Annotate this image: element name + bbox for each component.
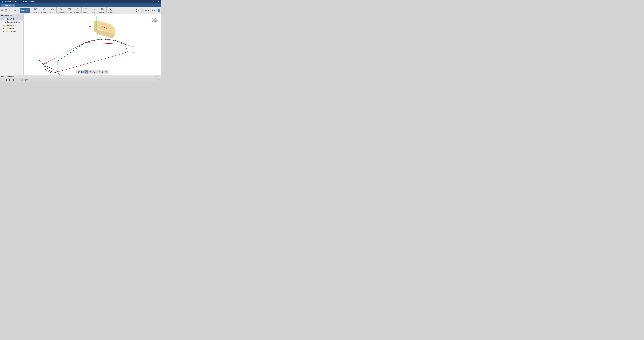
tree-arrow-sketches: ▶ xyxy=(3,31,5,32)
create-icon xyxy=(42,8,46,11)
tree-item-sketches[interactable]: ▶ 💡 📁 Sketches xyxy=(0,30,23,33)
tree-item-origin[interactable]: ▶ 💡 📁 Origin xyxy=(0,27,23,30)
viewport-toolbar xyxy=(76,70,109,74)
svg-point-69 xyxy=(98,39,98,40)
addins-button[interactable]: ADD-INS ▾ xyxy=(99,8,106,13)
chat-button[interactable]: 💬 xyxy=(136,9,139,12)
sketch-button[interactable]: SKETCH ▾ xyxy=(32,8,39,13)
zoom-fit-button[interactable] xyxy=(88,70,92,74)
svg-rect-40 xyxy=(111,10,112,10)
comments-back-icon[interactable]: ◀◀ xyxy=(1,76,4,77)
modify-button[interactable]: MODIFY ▾ xyxy=(49,8,56,13)
zoom-button[interactable] xyxy=(92,70,96,74)
svg-point-158 xyxy=(26,80,26,80)
tree-label-ricks4: Ricks4 v1 xyxy=(7,18,14,20)
create-section: CREATE ▾ xyxy=(40,8,48,13)
browser-header: ◀◀ BROWSER ⚙ ⋮ xyxy=(0,14,23,17)
create-button[interactable]: CREATE ▾ xyxy=(41,8,48,13)
history-button[interactable]: 🕐 xyxy=(140,9,144,12)
svg-text:FRONT: FRONT xyxy=(154,21,156,22)
camera-button[interactable] xyxy=(25,79,28,81)
svg-rect-112 xyxy=(82,72,83,73)
tree-item-document-settings[interactable]: ▶ ⚙ Document Settings xyxy=(0,21,23,24)
svg-rect-133 xyxy=(105,71,106,72)
create-label: CREATE ▾ xyxy=(41,12,47,13)
redo-button[interactable]: ↪ xyxy=(13,9,16,12)
assemble-button[interactable]: ASSEMBLE ▾ xyxy=(58,8,64,13)
step-forward-button[interactable] xyxy=(12,79,16,81)
make-button[interactable]: MAKE ▾ xyxy=(91,8,98,13)
svg-marker-142 xyxy=(3,79,3,81)
view-cube[interactable]: FRONT RIGHT TOP X Y Z xyxy=(150,15,160,25)
tree-folder2-icon: 📁 xyxy=(7,28,9,29)
model-menu-button[interactable]: MODEL ▾ xyxy=(20,8,30,13)
assemble-icon xyxy=(59,8,62,11)
tree-label-origin: Origin xyxy=(10,28,14,29)
user-menu[interactable]: Richard Lamp ▾ xyxy=(145,10,156,11)
play-button[interactable] xyxy=(8,79,12,81)
grid-menu-button[interactable]: ⊞ xyxy=(1,9,4,12)
toolbar-right: 💬 🕐 Richard Lamp ▾ ? xyxy=(136,9,160,12)
inspect-button[interactable]: INSPECT ▾ xyxy=(74,8,81,13)
browser-tree: ▼ 💡 📄 Ricks4 v1 ● ▶ ⚙ Document Settings … xyxy=(0,17,23,75)
orbit-button[interactable] xyxy=(77,70,80,74)
tab-ricks4[interactable]: 🔷 Ricks4 v1 × xyxy=(1,4,16,7)
viewport-settings-button[interactable] xyxy=(104,70,108,74)
svg-point-62 xyxy=(52,71,52,72)
browser-back-icon[interactable]: ◀◀ xyxy=(1,15,4,16)
svg-rect-152 xyxy=(23,79,24,81)
go-to-end-button[interactable] xyxy=(16,79,19,81)
insert-label: INSERT ▾ xyxy=(83,12,88,13)
restore-button[interactable]: ❐ xyxy=(153,1,156,3)
tree-item-named-views[interactable]: ▶ 📁 Named Views xyxy=(0,24,23,27)
redo-dropdown[interactable]: ▾ xyxy=(17,10,18,11)
assemble-section: ASSEMBLE ▾ xyxy=(57,8,65,13)
key-frame-button[interactable] xyxy=(21,79,24,81)
comments-gear-icon[interactable]: ⚙ xyxy=(155,75,157,78)
construct-button[interactable]: CONSTRUCT ▾ xyxy=(66,8,72,13)
save-button[interactable] xyxy=(4,9,8,12)
minimize-button[interactable]: — xyxy=(148,1,152,3)
svg-rect-20 xyxy=(68,9,69,10)
display-mode-button[interactable] xyxy=(97,70,100,74)
tree-doc-icon: 📄 xyxy=(5,18,7,20)
svg-point-71 xyxy=(105,39,106,40)
browser-gear-icon[interactable]: ⚙ xyxy=(18,14,19,16)
svg-rect-124 xyxy=(98,71,100,72)
svg-marker-143 xyxy=(6,79,6,81)
svg-rect-156 xyxy=(26,79,27,81)
close-button[interactable]: ✕ xyxy=(157,1,160,3)
select-button[interactable]: SELECT ▾ xyxy=(108,8,114,13)
svg-point-90 xyxy=(132,52,134,53)
svg-marker-116 xyxy=(87,71,87,72)
tab-close-button[interactable]: × xyxy=(13,5,14,6)
undo-dropdown[interactable]: ▾ xyxy=(12,10,12,11)
modify-icon xyxy=(51,8,54,11)
svg-point-55 xyxy=(39,60,40,61)
svg-point-89 xyxy=(132,46,134,47)
tree-label-named-views: Named Views xyxy=(7,24,17,26)
help-button[interactable]: ? xyxy=(158,9,160,12)
svg-marker-113 xyxy=(86,71,86,71)
insert-section: INSERT ▾ xyxy=(82,8,90,13)
insert-button[interactable]: INSERT ▾ xyxy=(82,8,89,13)
select-section: SELECT ▾ xyxy=(107,8,115,13)
svg-point-65 xyxy=(85,42,86,43)
grid-settings-button[interactable] xyxy=(100,70,104,74)
svg-point-74 xyxy=(117,41,118,42)
tree-item-ricks4[interactable]: ▼ 💡 📄 Ricks4 v1 ● xyxy=(0,17,23,21)
svg-rect-134 xyxy=(106,71,107,72)
new-tab-button[interactable]: + xyxy=(16,4,18,7)
grid-view-button[interactable] xyxy=(81,70,84,74)
settings-button[interactable]: ⚙ xyxy=(157,79,160,81)
svg-rect-21 xyxy=(69,9,70,10)
undo-button[interactable]: ↩ xyxy=(8,9,11,12)
svg-marker-115 xyxy=(85,71,86,72)
go-to-start-button[interactable] xyxy=(1,79,4,81)
svg-point-68 xyxy=(94,40,95,41)
viewport[interactable]: FRONT RIGHT TOP X Y Z xyxy=(24,14,161,75)
step-back-button[interactable] xyxy=(5,79,8,81)
svg-rect-111 xyxy=(82,72,82,73)
pan-button[interactable] xyxy=(84,70,88,74)
svg-rect-144 xyxy=(6,79,7,81)
